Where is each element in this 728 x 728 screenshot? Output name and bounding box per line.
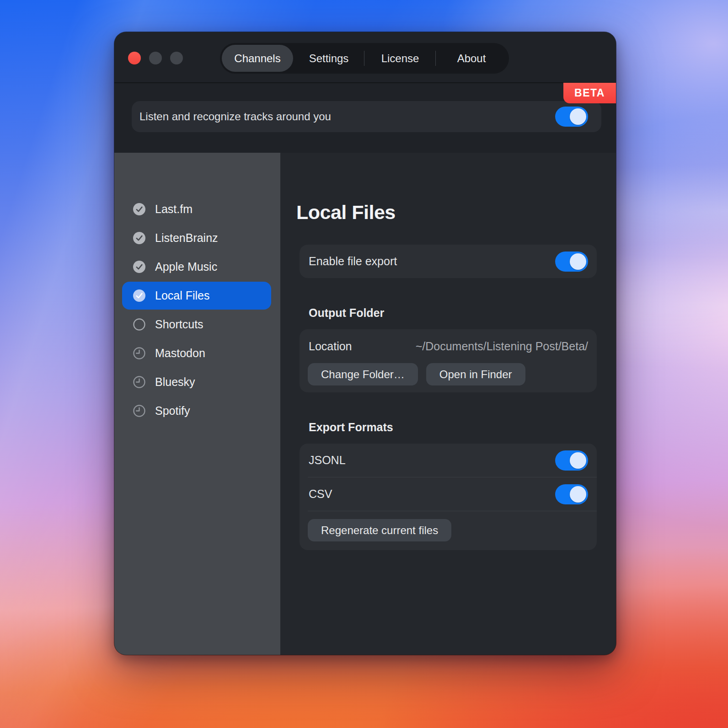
check-icon bbox=[133, 261, 145, 273]
sidebar-item-label: Spotify bbox=[155, 404, 190, 418]
traffic-lights bbox=[128, 52, 183, 64]
titlebar: ChannelsSettingsLicenseAbout bbox=[114, 32, 616, 82]
sidebar-item-label: Apple Music bbox=[155, 260, 217, 273]
page-title: Local Files bbox=[296, 201, 396, 224]
clock-icon bbox=[133, 347, 145, 359]
desktop-wallpaper: ChannelsSettingsLicenseAbout BETA Listen… bbox=[0, 0, 728, 728]
export-formats-card: JSONLCSVRegenerate current files bbox=[300, 444, 597, 550]
jsonl-toggle[interactable] bbox=[555, 450, 588, 471]
enable-export-row: Enable file export bbox=[300, 245, 597, 278]
tab-license[interactable]: License bbox=[364, 45, 436, 72]
toggle-knob bbox=[570, 253, 586, 270]
location-row: Location ~/Documents/Listening Post/Beta… bbox=[300, 329, 597, 363]
enable-export-toggle[interactable] bbox=[555, 252, 588, 272]
clock-icon bbox=[133, 405, 145, 417]
row-divider bbox=[308, 511, 597, 511]
tab-channels[interactable]: Channels bbox=[222, 45, 293, 72]
check-icon bbox=[133, 232, 145, 244]
location-label: Location bbox=[309, 340, 352, 353]
location-value: ~/Documents/Listening Post/Beta/ bbox=[416, 340, 588, 353]
sidebar-item-local-files[interactable]: Local Files bbox=[122, 282, 271, 310]
window-body: Last.fmListenBrainzApple MusicLocal File… bbox=[114, 153, 616, 655]
open-in-finder-button[interactable]: Open in Finder bbox=[426, 363, 525, 385]
sidebar-item-bluesky[interactable]: Bluesky bbox=[122, 368, 271, 396]
ambient-listen-toggle[interactable] bbox=[555, 107, 588, 127]
format-label: JSONL bbox=[309, 454, 346, 467]
zoom-window-button[interactable] bbox=[170, 52, 183, 64]
check-icon bbox=[133, 203, 145, 215]
close-window-button[interactable] bbox=[128, 52, 141, 64]
sidebar-item-last-fm[interactable]: Last.fm bbox=[122, 195, 271, 223]
ambient-listen-label: Listen and recognize tracks around you bbox=[139, 110, 331, 123]
format-row-jsonl: JSONL bbox=[300, 444, 597, 477]
regenerate-button[interactable]: Regenerate current files bbox=[308, 519, 451, 541]
tab-about[interactable]: About bbox=[436, 45, 507, 72]
sidebar-item-shortcuts[interactable]: Shortcuts bbox=[122, 310, 271, 338]
toggle-knob bbox=[570, 452, 586, 469]
sidebar-item-label: Mastodon bbox=[155, 347, 205, 360]
toggle-knob bbox=[570, 486, 586, 503]
format-label: CSV bbox=[309, 487, 332, 501]
folder-buttons: Change Folder… Open in Finder bbox=[308, 363, 525, 385]
minimize-window-button[interactable] bbox=[149, 52, 162, 64]
export-formats-header: Export Formats bbox=[309, 421, 393, 434]
main-panel: Local Files Enable file export Output Fo… bbox=[280, 153, 616, 655]
sidebar: Last.fmListenBrainzApple MusicLocal File… bbox=[114, 153, 280, 655]
sidebar-item-label: ListenBrainz bbox=[155, 231, 218, 245]
tab-bar: ChannelsSettingsLicenseAbout bbox=[220, 43, 509, 74]
sidebar-item-label: Local Files bbox=[155, 289, 210, 302]
sidebar-item-mastodon[interactable]: Mastodon bbox=[122, 339, 271, 367]
sidebar-item-listenbrainz[interactable]: ListenBrainz bbox=[122, 224, 271, 252]
sidebar-item-label: Bluesky bbox=[155, 375, 195, 389]
toggle-knob bbox=[570, 108, 586, 125]
format-row-csv: CSV bbox=[300, 477, 597, 511]
app-window: ChannelsSettingsLicenseAbout BETA Listen… bbox=[114, 32, 616, 655]
change-folder-button[interactable]: Change Folder… bbox=[308, 363, 418, 385]
titlebar-divider bbox=[114, 82, 616, 83]
sidebar-item-apple-music[interactable]: Apple Music bbox=[122, 253, 271, 281]
csv-toggle[interactable] bbox=[555, 484, 588, 504]
tab-settings[interactable]: Settings bbox=[293, 45, 364, 72]
clock-icon bbox=[133, 376, 145, 388]
output-folder-header: Output Folder bbox=[309, 306, 384, 320]
output-folder-card: Location ~/Documents/Listening Post/Beta… bbox=[300, 329, 597, 392]
ambient-listen-row: Listen and recognize tracks around you bbox=[132, 101, 601, 132]
sidebar-item-label: Shortcuts bbox=[155, 318, 203, 331]
circle-icon bbox=[133, 318, 145, 331]
sidebar-item-label: Last.fm bbox=[155, 203, 193, 216]
enable-export-label: Enable file export bbox=[309, 255, 397, 268]
beta-badge: BETA bbox=[563, 83, 616, 103]
check-icon bbox=[133, 289, 145, 302]
sidebar-item-spotify[interactable]: Spotify bbox=[122, 397, 271, 425]
